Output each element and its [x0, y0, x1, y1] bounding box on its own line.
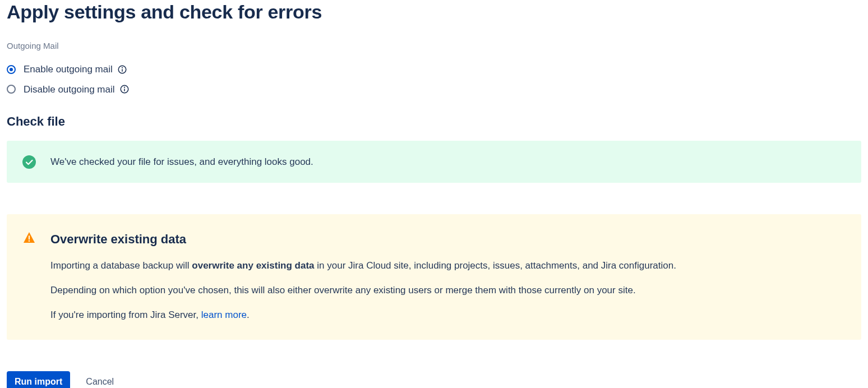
learn-more-link[interactable]: learn more — [201, 310, 247, 320]
actions-bar: Run import Cancel — [7, 371, 861, 388]
overwrite-paragraph-3: If you're importing from Jira Server, le… — [50, 308, 846, 322]
warning-triangle-icon — [22, 231, 36, 244]
overwrite-warning-banner: Overwrite existing data Importing a data… — [7, 214, 861, 340]
success-check-icon — [22, 155, 36, 169]
overwrite-p3-post: . — [247, 310, 250, 320]
overwrite-p1-post: in your Jira Cloud site, including proje… — [315, 260, 676, 271]
info-icon[interactable] — [119, 84, 130, 94]
overwrite-p1-bold: overwrite any existing data — [192, 260, 314, 271]
svg-point-8 — [29, 240, 30, 242]
overwrite-p1-pre: Importing a database backup will — [50, 260, 192, 271]
disable-outgoing-mail-row: Disable outgoing mail — [7, 82, 861, 97]
svg-point-5 — [124, 87, 124, 88]
import-settings-page: Apply settings and check for errors Outg… — [0, 0, 868, 388]
run-import-button[interactable]: Run import — [7, 371, 70, 388]
enable-outgoing-mail-radio[interactable] — [7, 65, 16, 74]
enable-outgoing-mail-label[interactable]: Enable outgoing mail — [24, 62, 113, 77]
check-file-success-banner: We've checked your file for issues, and … — [7, 141, 861, 183]
disable-outgoing-mail-label[interactable]: Disable outgoing mail — [24, 82, 115, 97]
disable-outgoing-mail-radio[interactable] — [7, 85, 16, 94]
outgoing-mail-radio-group: Enable outgoing mail Disable outgoing ma… — [7, 62, 861, 96]
svg-point-6 — [22, 155, 36, 169]
overwrite-paragraph-1: Importing a database backup will overwri… — [50, 258, 846, 273]
cancel-button[interactable]: Cancel — [84, 371, 116, 388]
page-title: Apply settings and check for errors — [7, 0, 861, 24]
check-file-heading: Check file — [7, 112, 861, 131]
info-icon[interactable] — [117, 64, 127, 75]
outgoing-mail-section-label: Outgoing Mail — [7, 40, 861, 53]
overwrite-paragraph-2: Depending on which option you've chosen,… — [50, 283, 846, 298]
enable-outgoing-mail-row: Enable outgoing mail — [7, 62, 861, 77]
overwrite-heading: Overwrite existing data — [50, 230, 846, 248]
overwrite-p3-pre: If you're importing from Jira Server, — [50, 310, 201, 320]
svg-point-2 — [122, 67, 122, 68]
check-file-success-message: We've checked your file for issues, and … — [50, 154, 313, 169]
overwrite-warning-content: Overwrite existing data Importing a data… — [50, 230, 846, 323]
